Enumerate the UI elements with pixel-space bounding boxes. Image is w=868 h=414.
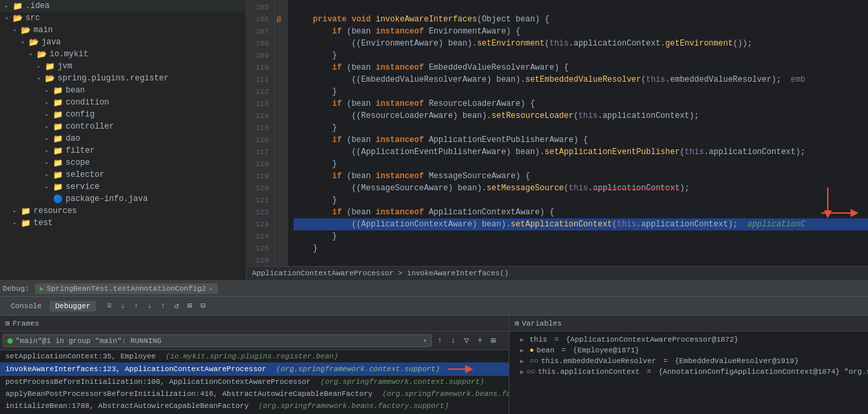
- sidebar-item-selector[interactable]: 📁 selector: [0, 169, 246, 181]
- var-appctx-value: {AnnotationConfigApplicationContext@1874…: [658, 368, 868, 376]
- sidebar-item-condition[interactable]: 📁 condition: [0, 96, 246, 109]
- var-bean-expand[interactable]: ▶: [520, 347, 527, 354]
- resources-label: resources: [34, 206, 77, 216]
- thread-add-icon[interactable]: +: [475, 336, 485, 346]
- spring-plugins-arrow: [35, 74, 43, 82]
- thread-status-dot: [7, 338, 13, 344]
- ln-116: 116: [247, 134, 269, 146]
- config-icon: 📁: [52, 109, 63, 120]
- condition-label: condition: [66, 98, 109, 107]
- toolbar-icon-6[interactable]: ↺: [171, 301, 182, 312]
- controller-label: controller: [66, 122, 114, 131]
- gutter-109: [275, 50, 283, 62]
- var-list: ▶ this = {ApplicationContextAwareProcess…: [509, 332, 868, 414]
- sidebar-item-scope[interactable]: 📁 scope: [0, 157, 246, 169]
- sidebar-item-resources[interactable]: 📁 resources: [0, 205, 246, 217]
- var-this-expand[interactable]: ▶: [520, 336, 527, 344]
- thread-name: "main"@1 in group "main": RUNNING: [15, 337, 162, 345]
- console-tab[interactable]: Console: [5, 301, 47, 312]
- frame-2[interactable]: postProcessBeforeInitialization:100, App…: [0, 376, 509, 388]
- var-embedded-eq: =: [659, 357, 672, 365]
- toolbar-icon-7[interactable]: ⊞: [184, 301, 195, 312]
- threads-dropdown[interactable]: "main"@1 in group "main": RUNNING ▾: [3, 334, 432, 347]
- sidebar-item-filter[interactable]: 📁 filter: [0, 145, 246, 157]
- sidebar-item-src[interactable]: 📂 src: [0, 12, 246, 24]
- sidebar-item-io-mykit[interactable]: 📂 io.mykit: [0, 48, 246, 60]
- sidebar-item-config[interactable]: 📁 config: [0, 109, 246, 121]
- sidebar-item-idea[interactable]: 📁 .idea: [0, 0, 246, 12]
- src-label: src: [25, 13, 40, 23]
- sidebar-item-spring-plugins[interactable]: 📂 spring.plugins.register: [0, 72, 246, 84]
- var-bean-value: {Employee@1871}: [573, 346, 639, 354]
- toolbar-icon-8[interactable]: ⊟: [198, 301, 208, 312]
- sidebar-item-test[interactable]: 📁 test: [0, 217, 246, 229]
- frame-1[interactable]: invokeAwareInterfaces:123, ApplicationCo…: [0, 362, 509, 376]
- sidebar-item-main[interactable]: 📂 main: [0, 24, 246, 36]
- gutter-112: [275, 86, 283, 98]
- frame-0[interactable]: setApplicationContext:35, Employee (io.m…: [0, 350, 509, 362]
- breadcrumb-text: ApplicationContextAwareProcessor > invok…: [252, 269, 509, 277]
- frame-1-arrow: [448, 364, 475, 374]
- toolbar-icon-1[interactable]: ≡: [104, 301, 115, 312]
- var-bean-name: bean: [537, 346, 554, 354]
- sidebar-item-service[interactable]: 📁 service: [0, 181, 246, 193]
- toolbar-icon-5[interactable]: ↑: [158, 301, 168, 312]
- sidebar-item-java[interactable]: 📂 java: [0, 36, 246, 48]
- sidebar-item-package-info[interactable]: 🔵 package-info.java: [0, 193, 246, 205]
- gutter-124: [275, 230, 283, 243]
- filter-label: filter: [66, 146, 95, 155]
- debugger-tab[interactable]: Debugger: [50, 301, 96, 312]
- code-line-120: ((MessageSourceAware) bean).setMessageSo…: [294, 182, 868, 194]
- io-mykit-label: io.mykit: [50, 50, 88, 59]
- thread-filter-icon[interactable]: ▽: [461, 336, 472, 346]
- java-arrow: [19, 38, 27, 46]
- frames-panel: ⊞ Frames "main"@1 in group "main": RUNNI…: [0, 316, 509, 414]
- jvm-label: jvm: [58, 62, 72, 71]
- code-line-107: if (bean instanceof EnvironmentAware) {: [294, 25, 868, 38]
- bean-arrow: [43, 86, 51, 94]
- package-info-icon: 🔵: [52, 194, 63, 204]
- variables-panel-header: ⊞ Variables: [509, 316, 868, 332]
- session-tab-close[interactable]: ✕: [208, 285, 212, 293]
- dropdown-arrow[interactable]: ▾: [422, 336, 427, 345]
- selector-icon: 📁: [52, 169, 63, 180]
- frame-0-method: setApplicationContext:35, Employee: [5, 352, 156, 360]
- sidebar-item-bean[interactable]: 📁 bean: [0, 84, 246, 96]
- var-this[interactable]: ▶ this = {ApplicationContextAwareProcess…: [509, 334, 868, 345]
- toolbar-icon-4[interactable]: ↓: [144, 301, 155, 312]
- frame-4[interactable]: initializeBean:1788, AbstractAutowireCap…: [0, 400, 509, 412]
- var-bean[interactable]: ▶ ● bean = {Employee@1871}: [509, 345, 868, 356]
- thread-up-icon[interactable]: ↑: [434, 336, 445, 346]
- code-line-111: ((EmbeddedValueResolverAware) bean).setE…: [294, 74, 868, 86]
- var-appctx-expand[interactable]: ▶: [520, 368, 523, 376]
- sidebar-item-controller[interactable]: 📁 controller: [0, 121, 246, 133]
- thread-down-icon[interactable]: ↓: [448, 336, 458, 346]
- frame-4-method: initializeBean:1788, AbstractAutowireCap…: [5, 402, 249, 410]
- main-label: main: [34, 25, 53, 35]
- frames-collapse-icon[interactable]: ⊞: [5, 319, 10, 328]
- io-mykit-icon: 📂: [36, 49, 47, 60]
- gutter: @: [275, 0, 288, 266]
- frame-3[interactable]: applyBeanPostProcessorsBeforeInitializat…: [0, 388, 509, 400]
- var-embedded-expand[interactable]: ▶: [520, 358, 527, 365]
- ln-126: 126: [247, 255, 269, 266]
- ln-107: 107: [247, 25, 269, 38]
- toolbar-icon-3[interactable]: ↑: [131, 301, 141, 312]
- filter-icon: 📁: [52, 145, 63, 156]
- ln-121: 121: [247, 194, 269, 206]
- gutter-117: [275, 146, 283, 158]
- toolbar-icon-2[interactable]: ↓: [117, 301, 128, 312]
- session-tab-bar: Debug: ▶ SpringBeanTest.testAnnotationCo…: [0, 281, 868, 297]
- variables-collapse-icon[interactable]: ⊞: [515, 319, 519, 328]
- sidebar-item-jvm[interactable]: 📁 jvm: [0, 60, 246, 72]
- var-appctx[interactable]: ▶ ○○ this.applicationContext = {Annotati…: [509, 366, 868, 377]
- gutter-126: [275, 255, 283, 266]
- var-embedded-name: this.embeddedValueResolver: [541, 357, 656, 365]
- session-tab[interactable]: ▶ SpringBeanTest.testAnnotationConfig2 ✕: [35, 283, 219, 294]
- variables-label: Variables: [522, 320, 562, 328]
- breadcrumb-bar: ApplicationContextAwareProcessor > invok…: [247, 266, 868, 280]
- thread-expand-icon[interactable]: ⊞: [488, 336, 499, 346]
- var-embedded[interactable]: ▶ ○○ this.embeddedValueResolver = {Embed…: [509, 356, 868, 366]
- sidebar-item-dao[interactable]: 📁 dao: [0, 133, 246, 145]
- code-line-116: if (bean instanceof ApplicationEventPubl…: [294, 134, 868, 146]
